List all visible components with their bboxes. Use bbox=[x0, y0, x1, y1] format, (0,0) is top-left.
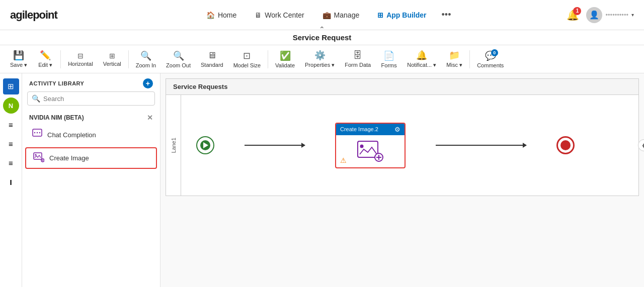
modelsize-button[interactable]: ⊡ Model Size bbox=[228, 48, 266, 70]
save-icon: 💾 bbox=[13, 50, 24, 61]
vertical-button[interactable]: ⊞ Vertical bbox=[98, 50, 126, 69]
activity-library-header: ACTIVITY LIBRARY + bbox=[22, 73, 160, 91]
toolbar-divider-4 bbox=[469, 50, 470, 68]
standard-button[interactable]: 🖥 Standard bbox=[196, 48, 228, 70]
toolbar-divider-2 bbox=[128, 50, 129, 68]
nvidia-section-header: NVIDIA NIM (BETA) ✕ bbox=[22, 110, 160, 124]
comments-button[interactable]: 💬0 Comments bbox=[472, 48, 509, 70]
pool-label: Service Requests bbox=[173, 83, 227, 90]
misc-button[interactable]: 📁 Misc ▾ bbox=[441, 48, 467, 70]
create-image-label: Create Image bbox=[49, 154, 89, 162]
notifications-button[interactable]: 🔔 Notificat... ▾ bbox=[402, 48, 441, 70]
svg-point-5 bbox=[35, 154, 37, 156]
nav-appbuilder[interactable]: ⊞ App Builder bbox=[370, 8, 433, 22]
vertical-icon: ⊞ bbox=[109, 52, 115, 60]
end-event[interactable] bbox=[556, 136, 575, 154]
save-label: Save ▾ bbox=[10, 62, 27, 68]
user-menu[interactable]: 👤 •••••••••• ▾ bbox=[586, 7, 634, 23]
canvas-container: Service Requests Lane1 bbox=[160, 73, 644, 201]
nav-manage-label: Manage bbox=[334, 11, 360, 19]
notification-button[interactable]: 🔔 1 bbox=[567, 9, 579, 21]
chat-completion-label: Chat Completion bbox=[47, 131, 96, 139]
properties-label: Properties ▾ bbox=[305, 62, 335, 68]
pool-header: Service Requests bbox=[166, 79, 638, 95]
activity-gear-icon[interactable]: ⚙ bbox=[394, 126, 400, 133]
collapse-icon: ❮ bbox=[641, 142, 644, 149]
user-name: •••••••••• bbox=[605, 11, 628, 19]
add-activity-button[interactable]: + bbox=[143, 78, 153, 88]
sidebar-wrapper: ACTIVITY LIBRARY + 🔍 NVIDIA NIM (BETA) ✕ bbox=[22, 73, 160, 287]
node-image-svg bbox=[357, 140, 384, 162]
sidebar-icon-list2[interactable]: ≡ bbox=[3, 136, 19, 152]
sidebar-icon-nvidia[interactable]: N bbox=[3, 98, 19, 114]
nav-workcenter[interactable]: 🖥 Work Center bbox=[248, 8, 311, 22]
zoomin-button[interactable]: 🔍 Zoom In bbox=[131, 48, 161, 70]
briefcase-icon: 💼 bbox=[323, 11, 331, 19]
main-area: ⊞ N ≡ ≡ ≡ I ACTIVITY LIBRARY + 🔍 NVIDIA … bbox=[0, 73, 644, 287]
toolbar-divider-1 bbox=[60, 50, 61, 68]
misc-icon: 📁 bbox=[449, 50, 460, 61]
start-event-inner bbox=[200, 140, 210, 150]
lane-container: Service Requests Lane1 bbox=[166, 78, 639, 196]
search-input[interactable] bbox=[43, 95, 150, 103]
save-button[interactable]: 💾 Save ▾ bbox=[5, 48, 32, 70]
edit-icon: ✏️ bbox=[40, 50, 51, 61]
left-sidebar-icons: ⊞ N ≡ ≡ ≡ I bbox=[0, 73, 22, 287]
zoomout-label: Zoom Out bbox=[166, 62, 191, 68]
collapse-nav-icon[interactable]: ⌃ bbox=[319, 25, 325, 33]
standard-icon: 🖥 bbox=[207, 50, 216, 61]
comments-badge: 0 bbox=[491, 49, 498, 56]
search-box: 🔍 bbox=[27, 91, 155, 106]
nav-appbuilder-label: App Builder bbox=[386, 11, 426, 19]
nav-home-label: Home bbox=[218, 11, 236, 19]
standard-label: Standard bbox=[201, 62, 223, 68]
forms-button[interactable]: 📄 Forms bbox=[376, 48, 402, 70]
svg-point-1 bbox=[34, 132, 35, 133]
flow-line-2 bbox=[436, 145, 526, 146]
sidebar-icon-list1[interactable]: ≡ bbox=[3, 117, 19, 133]
create-image-icon bbox=[33, 152, 44, 164]
sidebar-icon-grid[interactable]: ⊞ bbox=[3, 78, 19, 94]
svg-point-8 bbox=[360, 144, 364, 148]
home-icon: 🏠 bbox=[206, 11, 215, 19]
play-triangle-icon bbox=[203, 142, 208, 148]
sidebar-icon-list3[interactable]: ≡ bbox=[3, 155, 19, 171]
nav-manage[interactable]: 💼 Manage bbox=[315, 8, 367, 22]
sidebar-item-create-image[interactable]: Create Image bbox=[25, 147, 157, 169]
user-chevron-icon: ▾ bbox=[631, 12, 634, 18]
toolbar: 💾 Save ▾ ✏️ Edit ▾ ⊟ Horizontal ⊞ Vertic… bbox=[0, 45, 644, 73]
close-section-button[interactable]: ✕ bbox=[147, 114, 153, 122]
sidebar-icon-code[interactable]: I bbox=[3, 174, 19, 190]
monitor-icon: 🖥 bbox=[255, 11, 262, 19]
zoomin-icon: 🔍 bbox=[140, 50, 151, 61]
comments-icon: 💬0 bbox=[485, 50, 496, 61]
validate-button[interactable]: ✅ Validate bbox=[270, 48, 300, 70]
edit-button[interactable]: ✏️ Edit ▾ bbox=[32, 48, 58, 70]
nvidia-section-label: NVIDIA NIM (BETA) bbox=[29, 114, 84, 121]
canvas-area[interactable]: Service Requests Lane1 bbox=[160, 73, 644, 287]
edit-label: Edit ▾ bbox=[38, 62, 52, 68]
lane-label: Lane1 bbox=[171, 138, 177, 153]
nav-more-button[interactable]: ••• bbox=[438, 7, 455, 23]
horizontal-label: Horizontal bbox=[68, 61, 93, 67]
modelsize-icon: ⊡ bbox=[243, 50, 251, 61]
activity-node-header: Create Image.2 ⚙ bbox=[336, 124, 405, 135]
formdata-label: Form Data bbox=[345, 62, 371, 68]
nav-right: 🔔 1 👤 •••••••••• ▾ bbox=[567, 7, 634, 23]
arrow-head-2 bbox=[523, 143, 527, 148]
flow-line-1 bbox=[245, 145, 305, 146]
arrow-head-1 bbox=[301, 143, 305, 148]
nav-home[interactable]: 🏠 Home bbox=[199, 8, 244, 22]
notifications-label: Notificat... ▾ bbox=[407, 62, 436, 68]
formdata-button[interactable]: 🗄 Form Data bbox=[340, 48, 376, 70]
start-event[interactable] bbox=[196, 136, 214, 154]
properties-button[interactable]: ⚙️ Properties ▾ bbox=[300, 48, 340, 70]
properties-icon: ⚙️ bbox=[314, 50, 326, 61]
sidebar-item-chat-completion[interactable]: Chat Completion bbox=[25, 125, 157, 145]
notifications-icon: 🔔 bbox=[416, 50, 427, 61]
activity-node-create-image[interactable]: Create Image.2 ⚙ bbox=[335, 123, 406, 168]
horizontal-button[interactable]: ⊟ Horizontal bbox=[63, 50, 98, 69]
zoomout-button[interactable]: 🔍 Zoom Out bbox=[161, 48, 196, 70]
lane-content: Create Image.2 ⚙ bbox=[181, 95, 638, 196]
search-icon: 🔍 bbox=[32, 94, 40, 103]
